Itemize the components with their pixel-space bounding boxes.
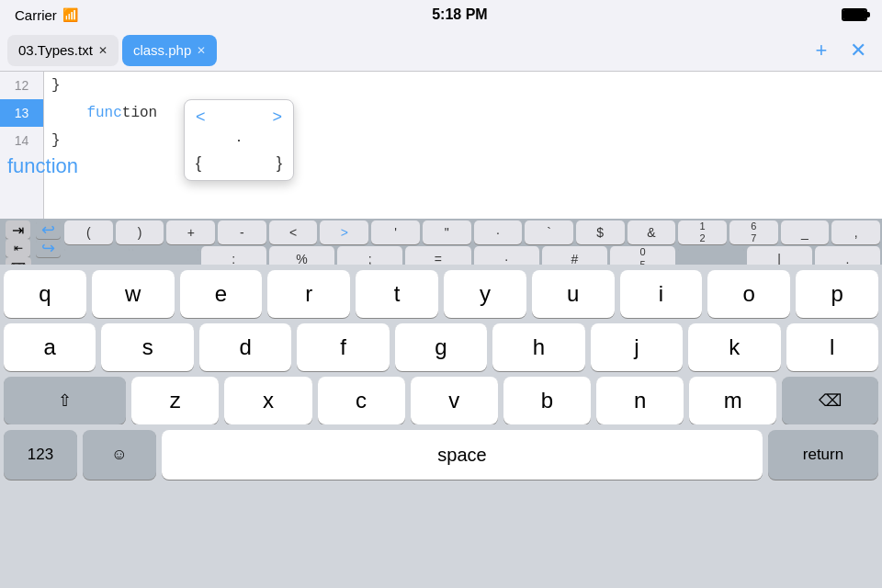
symbol-keys-main: ( ) + - < > ' " · ` $ & 12 67 _ , : % [64, 219, 880, 265]
status-left: Carrier 📶 [15, 7, 78, 23]
key-s[interactable]: s [101, 323, 193, 371]
tab-03types-close[interactable]: ✕ [98, 44, 107, 57]
sym-backtick[interactable]: ` [525, 220, 573, 244]
key-x[interactable]: x [224, 377, 311, 424]
wifi-icon: 📶 [62, 7, 78, 22]
tab-classphp-label: class.php [133, 42, 191, 58]
sym-single-quote[interactable]: ' [371, 220, 420, 244]
sym-minus[interactable]: - [218, 220, 266, 244]
battery-fill [843, 10, 865, 19]
sym-plus[interactable]: + [166, 220, 215, 244]
sym-num-col-1-2[interactable]: 12 [678, 220, 727, 244]
status-time: 5:18 PM [432, 6, 487, 23]
key-h[interactable]: h [492, 323, 584, 371]
redo-key[interactable]: ↪ [36, 239, 61, 257]
keyboard: q w e r t y u i o p a s d f g h j k l ⇧ … [0, 265, 882, 424]
key-g[interactable]: g [395, 323, 487, 371]
carrier-label: Carrier [15, 7, 57, 23]
tab-03types-label: 03.Types.txt [18, 42, 93, 58]
tab-03types[interactable]: 03.Types.txt ✕ [7, 35, 119, 66]
line-12: 12 [0, 72, 43, 99]
indent-key[interactable]: ⇤ [6, 239, 30, 257]
editor-line-14: } [51, 127, 875, 154]
sym-double-quote[interactable]: " [423, 220, 471, 244]
sym-open-paren[interactable]: ( [64, 220, 113, 244]
key-j[interactable]: j [591, 323, 683, 371]
key-a[interactable]: a [4, 323, 96, 371]
key-q[interactable]: q [4, 270, 86, 318]
sym-dollar[interactable]: $ [576, 220, 625, 244]
line-numbers: 12 13 14 [0, 72, 44, 219]
key-u[interactable]: u [532, 270, 615, 318]
symbol-bar: ⇥ ↩ ⇤ ↪ ⌨ ( ) + - < > ' " · ` $ & 12 [0, 219, 882, 265]
keyboard-row2: a s d f g h j k l [4, 323, 878, 371]
close-tab-button[interactable]: ✕ [842, 35, 875, 66]
autocomplete-popup[interactable]: < > · { } [184, 99, 294, 181]
key-y[interactable]: y [444, 270, 526, 318]
key-w[interactable]: w [92, 270, 175, 318]
key-c[interactable]: c [318, 377, 405, 424]
key-d[interactable]: d [199, 323, 291, 371]
tab-key[interactable]: ⇥ [6, 220, 30, 239]
autocomplete-dot[interactable]: · [196, 130, 282, 150]
key-v[interactable]: v [411, 377, 498, 424]
bottom-bar: 123 ☺ space return [0, 424, 882, 487]
sym-close-paren[interactable]: ) [116, 220, 164, 244]
autocomplete-gt[interactable]: > [272, 107, 282, 127]
sym-num-col-6-7[interactable]: 67 [729, 220, 778, 244]
sym-lt[interactable]: < [269, 220, 318, 244]
emoji-key[interactable]: ☺ [83, 430, 156, 480]
num-key[interactable]: 123 [4, 430, 77, 480]
undo-key[interactable]: ↩ [36, 220, 61, 239]
sym-underscore[interactable]: _ [781, 220, 830, 244]
autocomplete-lt[interactable]: < [196, 107, 206, 127]
sym-row1: ( ) + - < > ' " · ` $ & 12 67 _ , [64, 220, 880, 244]
key-z[interactable]: z [131, 377, 219, 424]
line-13: 13 [0, 99, 43, 127]
keyboard-row3: ⇧ z x c v b n m ⌫ [4, 377, 878, 424]
suggestion-function[interactable]: function [7, 154, 78, 178]
keyboard-row1: q w e r t y u i o p [4, 270, 878, 318]
sym-gt[interactable]: > [320, 220, 368, 244]
sym-dot1[interactable]: · [474, 220, 523, 244]
key-r[interactable]: r [267, 270, 350, 318]
shift-key[interactable]: ⇧ [4, 377, 126, 424]
key-i[interactable]: i [620, 270, 703, 318]
key-t[interactable]: t [356, 270, 438, 318]
delete-key[interactable]: ⌫ [782, 377, 878, 424]
key-f[interactable]: f [297, 323, 389, 371]
key-p[interactable]: p [796, 270, 878, 318]
editor-content[interactable]: } function } [44, 72, 882, 219]
key-e[interactable]: e [180, 270, 263, 318]
tab-bar: 03.Types.txt ✕ class.php ✕ + ✕ [0, 29, 882, 72]
key-k[interactable]: k [688, 323, 780, 371]
key-m[interactable]: m [689, 377, 776, 424]
sym-action-row1: ⇥ ↩ [6, 220, 61, 239]
symbol-left-actions: ⇥ ↩ ⇤ ↪ ⌨ [2, 219, 64, 265]
key-o[interactable]: o [707, 270, 790, 318]
autocomplete-close-brace[interactable]: } [277, 153, 282, 173]
editor-line-12: } [51, 72, 875, 99]
status-bar: Carrier 📶 5:18 PM [0, 0, 882, 29]
key-b[interactable]: b [503, 377, 591, 424]
editor-area: 12 13 14 } function } < > · { } function [0, 72, 882, 219]
key-n[interactable]: n [596, 377, 684, 424]
autocomplete-angle-brackets: < > [196, 107, 282, 127]
add-tab-button[interactable]: + [805, 35, 838, 66]
space-key[interactable]: space [162, 430, 763, 480]
line-14: 14 [0, 127, 43, 154]
editor-line-13: function [51, 99, 875, 127]
key-l[interactable]: l [786, 323, 878, 371]
sym-comma[interactable]: , [831, 220, 880, 244]
sym-action-row2: ⇤ ↪ [6, 239, 61, 257]
tab-classphp[interactable]: class.php ✕ [122, 35, 217, 66]
tab-classphp-close[interactable]: ✕ [197, 44, 206, 57]
battery-icon [842, 8, 867, 21]
sym-ampersand[interactable]: & [628, 220, 676, 244]
return-key[interactable]: return [768, 430, 878, 480]
autocomplete-curly-braces: { } [196, 153, 282, 173]
